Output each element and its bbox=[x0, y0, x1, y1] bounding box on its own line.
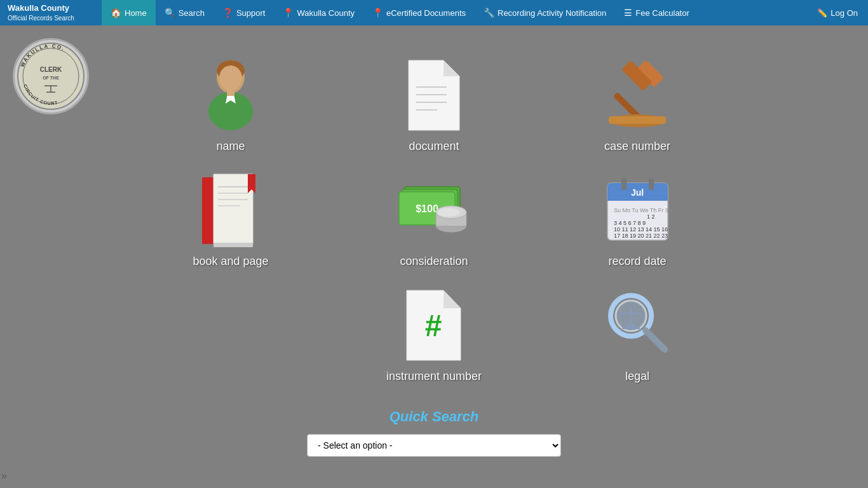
svg-rect-33 bbox=[214, 243, 253, 247]
login-label: Log On bbox=[831, 8, 858, 18]
svg-text:10 11 12 13 14 15 16: 10 11 12 13 14 15 16 bbox=[614, 226, 668, 233]
svg-rect-63 bbox=[622, 327, 640, 329]
ecert-icon: 📍 bbox=[372, 8, 383, 18]
calendar-icon: Jul Su Mo Tu We Th Fr Sa 1 2 3 4 5 6 7 8… bbox=[607, 175, 668, 245]
brand-title: Wakulla County bbox=[8, 3, 94, 14]
svg-line-59 bbox=[646, 330, 665, 349]
quick-search-title: Quick Search bbox=[390, 409, 479, 425]
expand-arrow[interactable]: » bbox=[1, 470, 7, 482]
scales-of-justice-icon bbox=[604, 289, 671, 362]
search-icon: 🔍 bbox=[165, 8, 175, 18]
document-label: document bbox=[409, 140, 459, 153]
brand-subtitle: Official Records Search bbox=[8, 14, 94, 22]
nav-home[interactable]: 🏠 Home bbox=[102, 0, 156, 25]
instrument-number-icon: # bbox=[407, 290, 461, 360]
nav-wakulla-county[interactable]: 📍 Wakulla County bbox=[274, 0, 363, 25]
logo-container: WAKULLA CO. CIRCUIT COURT CLERK OF THE bbox=[13, 38, 89, 114]
nav-wakulla-label: Wakulla County bbox=[297, 8, 355, 18]
svg-rect-47 bbox=[649, 179, 654, 190]
navbar: Wakulla County Official Records Search 🏠… bbox=[0, 0, 868, 25]
name-label: name bbox=[216, 140, 245, 153]
svg-text:3  4  5  6  7  8  9: 3 4 5 6 7 8 9 bbox=[614, 220, 646, 226]
nav-fee-calculator[interactable]: ☰ Fee Calculator bbox=[615, 0, 698, 25]
svg-rect-14 bbox=[227, 88, 234, 96]
svg-marker-16 bbox=[444, 60, 459, 76]
search-by-instrument-number[interactable]: # instrument number bbox=[386, 287, 482, 383]
county-seal: WAKULLA CO. CIRCUIT COURT CLERK OF THE bbox=[13, 38, 89, 114]
instrument-icon-img: # bbox=[399, 287, 469, 363]
book-icon-img bbox=[196, 172, 266, 248]
svg-text:CLERK: CLERK bbox=[40, 66, 62, 73]
consideration-label: consideration bbox=[400, 255, 468, 268]
calculator-icon: ☰ bbox=[624, 8, 632, 18]
svg-rect-46 bbox=[621, 179, 627, 190]
nav-recording-label: Recording Activity Notification bbox=[498, 8, 606, 18]
case-number-label: case number bbox=[604, 140, 670, 153]
wrench-icon: 🔧 bbox=[484, 8, 494, 18]
search-by-legal[interactable]: legal bbox=[602, 287, 672, 383]
name-icon-img bbox=[196, 57, 266, 133]
svg-rect-62 bbox=[627, 324, 635, 327]
nav-search-label: Search bbox=[179, 8, 205, 18]
svg-rect-27 bbox=[214, 174, 253, 244]
main-content: WAKULLA CO. CIRCUIT COURT CLERK OF THE bbox=[0, 25, 868, 470]
nav-search[interactable]: 🔍 Search bbox=[156, 0, 214, 25]
document-icon bbox=[409, 60, 459, 130]
support-icon: ❓ bbox=[222, 8, 233, 18]
search-by-case-number[interactable]: case number bbox=[602, 57, 672, 153]
svg-text:Jul: Jul bbox=[630, 187, 643, 198]
nav-support-label: Support bbox=[236, 8, 266, 18]
svg-text:17 18 19 20 21 22 23: 17 18 19 20 21 22 23 bbox=[614, 233, 668, 239]
svg-text:Su Mo Tu We Th Fr Sa: Su Mo Tu We Th Fr Sa bbox=[614, 207, 672, 214]
search-by-name[interactable]: name bbox=[196, 57, 266, 153]
svg-rect-26 bbox=[202, 177, 215, 244]
person-icon bbox=[199, 59, 262, 132]
legal-icon-img bbox=[602, 287, 672, 363]
svg-text:#: # bbox=[425, 309, 442, 342]
svg-text:$100: $100 bbox=[416, 203, 438, 214]
consideration-icon-img: $100 bbox=[399, 172, 469, 248]
case-number-icon-img bbox=[602, 57, 672, 133]
nav-login[interactable]: ✏️ Log On bbox=[807, 0, 868, 25]
home-icon: 🏠 bbox=[111, 8, 121, 18]
nav-fee-label: Fee Calculator bbox=[635, 8, 689, 18]
gavel-icon bbox=[602, 60, 672, 130]
svg-rect-25 bbox=[609, 116, 666, 124]
legal-label: legal bbox=[625, 370, 649, 383]
nav-home-label: Home bbox=[125, 8, 147, 18]
svg-point-41 bbox=[437, 208, 460, 217]
book-icon bbox=[202, 174, 259, 247]
nav-recording[interactable]: 🔧 Recording Activity Notification bbox=[475, 0, 615, 25]
login-icon: ✏️ bbox=[817, 8, 827, 18]
record-date-label: record date bbox=[608, 255, 666, 268]
document-icon-img bbox=[399, 57, 469, 133]
location-icon: 📍 bbox=[283, 8, 294, 18]
svg-point-11 bbox=[219, 65, 242, 91]
search-by-record-date[interactable]: Jul Su Mo Tu We Th Fr Sa 1 2 3 4 5 6 7 8… bbox=[602, 172, 672, 268]
seal-text: WAKULLA CO. CIRCUIT COURT CLERK OF THE bbox=[16, 41, 86, 111]
nav-ecertified[interactable]: 📍 eCertified Documents bbox=[363, 0, 475, 25]
money-coin-icon: $100 bbox=[399, 174, 469, 247]
search-by-consideration[interactable]: $100 consideration bbox=[399, 172, 469, 268]
nav-ecertified-label: eCertified Documents bbox=[386, 8, 466, 18]
quick-search-section: Quick Search - Select an option -Name Se… bbox=[13, 409, 855, 457]
nav-items: 🏠 Home 🔍 Search ❓ Support 📍 Wakulla Coun… bbox=[102, 0, 698, 25]
instrument-number-label: instrument number bbox=[386, 370, 482, 383]
search-by-book-and-page[interactable]: book and page bbox=[193, 172, 268, 268]
book-and-page-label: book and page bbox=[193, 255, 268, 268]
svg-text:OF THE: OF THE bbox=[43, 76, 59, 80]
search-by-document[interactable]: document bbox=[399, 57, 469, 153]
quick-search-select[interactable]: - Select an option -Name SearchDocument … bbox=[307, 434, 561, 457]
nav-support[interactable]: ❓ Support bbox=[214, 0, 275, 25]
record-date-icon-img: Jul Su Mo Tu We Th Fr Sa 1 2 3 4 5 6 7 8… bbox=[602, 172, 672, 248]
seal-svg: WAKULLA CO. CIRCUIT COURT CLERK OF THE bbox=[16, 41, 86, 111]
brand: Wakulla County Official Records Search bbox=[0, 0, 102, 25]
svg-text:1  2: 1 2 bbox=[647, 214, 655, 220]
search-options-grid: name document bbox=[135, 57, 733, 383]
